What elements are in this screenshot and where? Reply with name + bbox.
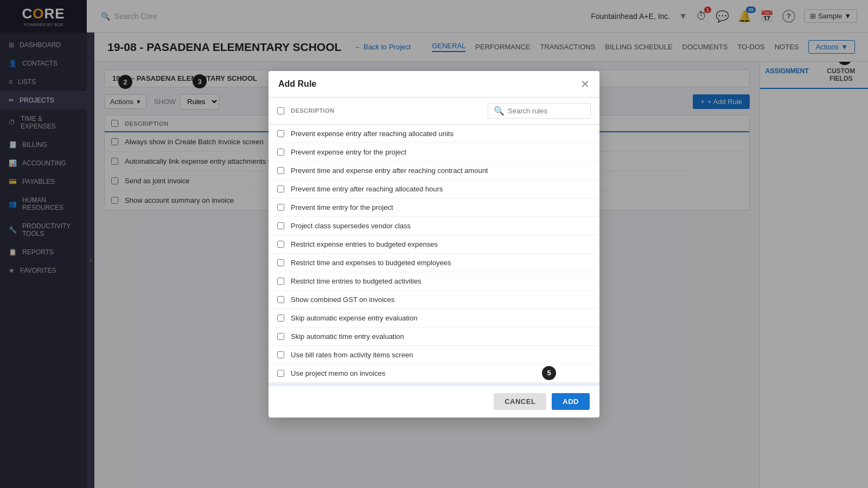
add-rule-modal: Add Rule ✕ DESCRIPTION 🔍 Prevent expense… [269, 71, 599, 418]
modal-search-input[interactable] [508, 107, 585, 115]
modal-search-area[interactable]: 🔍 [488, 103, 591, 119]
modal-checkbox-7[interactable] [277, 259, 284, 266]
modal-search-icon: 🔍 [494, 106, 505, 116]
modal-checkbox-1[interactable] [277, 149, 284, 156]
modal-checkbox-8[interactable] [277, 278, 284, 285]
modal-row-3: Prevent time entry after reaching alloca… [269, 180, 599, 198]
modal-close-icon[interactable]: ✕ [580, 79, 590, 89]
modal-checkbox-5[interactable] [277, 222, 284, 229]
cancel-button[interactable]: CANCEL [494, 393, 546, 410]
modal-row-4: Prevent time entry for the project [269, 198, 599, 217]
modal-row-1: Prevent expense entry for the project [269, 143, 599, 162]
add-button[interactable]: ADD [552, 393, 590, 410]
modal-checkbox-0[interactable] [277, 130, 284, 137]
modal-row-6: Restrict expense entries to budgeted exp… [269, 235, 599, 254]
modal-col-header: DESCRIPTION [291, 107, 335, 114]
modal-row-2: Prevent time and expense entry after rea… [269, 162, 599, 180]
modal-overlay: Add Rule ✕ DESCRIPTION 🔍 Prevent expense… [0, 0, 868, 488]
modal-body: Prevent expense entry after reaching all… [269, 125, 599, 385]
modal-row-9: Show combined GST on invoices [269, 291, 599, 309]
modal-checkbox-11[interactable] [277, 333, 284, 340]
modal-row-10: Skip automatic expense entry evaluation [269, 309, 599, 328]
modal-row-0: Prevent expense entry after reaching all… [269, 125, 599, 143]
modal-checkbox-12[interactable] [277, 351, 284, 358]
modal-checkbox-3[interactable] [277, 185, 284, 192]
modal-row-8: Restrict time entries to budgeted activi… [269, 272, 599, 291]
annotation-5: 5 [542, 366, 556, 380]
modal-title: Add Rule [278, 79, 316, 89]
modal-checkbox-2[interactable] [277, 167, 284, 174]
modal-checkbox-10[interactable] [277, 314, 284, 322]
modal-checkbox-9[interactable] [277, 296, 284, 303]
modal-checkbox-6[interactable] [277, 241, 284, 248]
modal-select-all-checkbox[interactable] [277, 107, 284, 114]
modal-footer: 5 CANCEL ADD [269, 385, 599, 418]
modal-checkbox-13[interactable] [277, 370, 284, 377]
modal-row-5: Project class supersedes vendor class [269, 217, 599, 235]
modal-row-7: Restrict time and expenses to budgeted e… [269, 254, 599, 272]
modal-header: Add Rule ✕ [269, 71, 599, 98]
modal-checkbox-4[interactable] [277, 204, 284, 211]
modal-row-11: Skip automatic time entry evaluation [269, 328, 599, 346]
modal-row-12: Use bill rates from activity items scree… [269, 346, 599, 364]
